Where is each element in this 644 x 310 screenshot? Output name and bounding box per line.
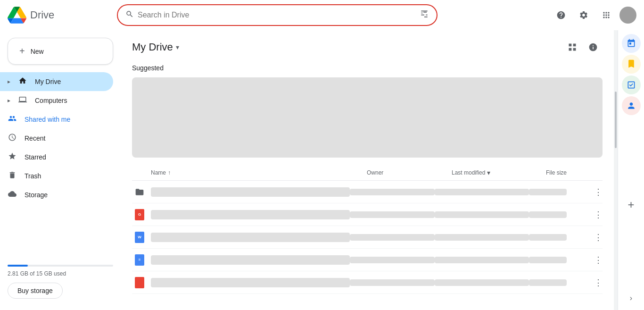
suggested-area: Suggested — [121, 60, 614, 165]
file-icon-folder — [132, 187, 147, 197]
sidebar-item-starred-label: Starred — [25, 153, 46, 161]
modified-sort-icon: ▾ — [487, 169, 490, 176]
storage-bar-fill — [8, 265, 28, 267]
expand-icon-computers: ▸ — [8, 97, 10, 104]
storage-icon — [8, 190, 17, 201]
main-layout: + New ▸ My Drive ▸ Computers — [0, 30, 644, 310]
file-owner-placeholder — [350, 189, 435, 195]
info-button[interactable] — [584, 38, 603, 57]
sidebar-item-recent-label: Recent — [25, 134, 45, 142]
content-area: My Drive ▾ Suggested — [121, 30, 614, 310]
search-icon — [125, 10, 134, 21]
panel-keep-button[interactable] — [622, 55, 641, 74]
buy-storage-button[interactable]: Buy storage — [8, 283, 63, 299]
right-panel: + › — [618, 30, 644, 310]
file-modified-placeholder — [435, 257, 529, 263]
file-modified-placeholder — [435, 234, 529, 241]
file-modified-placeholder — [435, 211, 529, 218]
suggested-label: Suggested — [132, 64, 603, 72]
sidebar: + New ▸ My Drive ▸ Computers — [0, 30, 121, 310]
apps-button[interactable] — [597, 6, 616, 25]
drive-title[interactable]: My Drive ▾ — [132, 41, 179, 53]
sidebar-item-my-drive[interactable]: ▸ My Drive — [0, 72, 113, 91]
panel-add-button[interactable]: + — [622, 195, 641, 214]
file-size-placeholder — [529, 279, 567, 286]
file-name-placeholder — [151, 278, 350, 287]
logo-title: Drive — [30, 9, 54, 21]
drive-logo-icon — [8, 6, 26, 25]
header-actions — [552, 6, 636, 25]
word-document-icon: W — [135, 232, 144, 243]
column-header-name[interactable]: Name ↑ — [151, 169, 367, 176]
sidebar-item-shared-label: Shared with me — [25, 116, 70, 123]
sidebar-item-storage-label: Storage — [25, 191, 48, 199]
panel-tasks-button[interactable] — [622, 75, 641, 94]
file-more-button[interactable]: ⋮ — [594, 187, 603, 197]
new-button[interactable]: + New — [8, 38, 113, 65]
file-icon-word: W — [132, 232, 147, 243]
column-header-modified[interactable]: Last modified ▾ — [452, 169, 546, 176]
storage-bar-background — [8, 265, 113, 267]
search-input[interactable] — [138, 11, 416, 19]
grid-view-button[interactable] — [563, 38, 582, 57]
file-size-placeholder — [529, 211, 567, 218]
file-name-placeholder — [151, 187, 350, 197]
sidebar-item-recent[interactable]: Recent — [0, 129, 113, 148]
search-bar — [117, 4, 438, 26]
search-filter-icon[interactable] — [420, 9, 429, 21]
file-size-placeholder — [529, 257, 567, 263]
drive-title-text: My Drive — [132, 41, 173, 53]
sidebar-item-storage[interactable]: Storage — [0, 185, 113, 204]
file-owner-placeholder — [350, 257, 435, 263]
file-icon-google-doc: ≡ — [132, 254, 147, 266]
sidebar-item-my-drive-label: My Drive — [35, 78, 61, 85]
red-document2-icon — [135, 277, 144, 288]
file-list: Name ↑ Owner Last modified ▾ File size — [121, 165, 614, 294]
sidebar-item-computers-label: Computers — [35, 97, 67, 104]
table-row[interactable]: ≡ ⋮ — [132, 249, 603, 271]
table-row[interactable]: ⋮ — [132, 271, 603, 294]
file-icon-red-doc: G — [132, 209, 147, 220]
settings-button[interactable] — [574, 6, 593, 25]
sidebar-item-computers[interactable]: ▸ Computers — [0, 91, 113, 110]
file-more-button[interactable]: ⋮ — [594, 255, 603, 265]
file-icon-red-doc2 — [132, 277, 147, 288]
table-row[interactable]: ⋮ — [132, 181, 603, 203]
my-drive-icon — [18, 76, 27, 87]
storage-usage-text: 2.81 GB of 15 GB used — [8, 270, 113, 277]
panel-calendar-button[interactable] — [622, 34, 641, 53]
computers-icon — [18, 95, 27, 106]
sidebar-item-shared[interactable]: Shared with me — [0, 110, 113, 129]
storage-area: 2.81 GB of 15 GB used Buy storage — [0, 257, 121, 306]
starred-icon — [8, 152, 17, 163]
file-modified-placeholder — [435, 189, 529, 195]
scrollbar-thumb — [615, 92, 617, 148]
file-owner-placeholder — [350, 211, 435, 218]
view-options — [563, 38, 603, 57]
file-more-button[interactable]: ⋮ — [594, 277, 603, 288]
sidebar-item-trash[interactable]: Trash — [0, 167, 113, 185]
user-avatar[interactable] — [619, 7, 636, 24]
file-owner-placeholder — [350, 279, 435, 286]
scrollbar[interactable] — [614, 30, 618, 310]
table-row[interactable]: W ⋮ — [132, 226, 603, 249]
suggested-thumbnails-placeholder — [132, 77, 603, 158]
logo-area: Drive — [8, 6, 111, 25]
column-header-size: File size — [546, 169, 603, 176]
help-button[interactable] — [552, 6, 570, 25]
file-name-placeholder — [151, 233, 350, 242]
table-row[interactable]: G ⋮ — [132, 203, 603, 226]
svg-rect-0 — [423, 12, 427, 13]
red-document-icon: G — [135, 209, 144, 220]
trash-icon — [8, 171, 17, 182]
file-more-button[interactable]: ⋮ — [594, 232, 603, 243]
panel-expand-button[interactable]: › — [630, 294, 632, 306]
panel-contacts-button[interactable] — [622, 96, 641, 115]
file-modified-placeholder — [435, 279, 529, 286]
sidebar-item-trash-label: Trash — [25, 172, 41, 180]
drive-title-caret-icon: ▾ — [176, 43, 179, 51]
file-more-button[interactable]: ⋮ — [594, 209, 603, 220]
name-sort-arrow: ↑ — [168, 169, 171, 176]
file-name-placeholder — [151, 210, 350, 219]
sidebar-item-starred[interactable]: Starred — [0, 148, 113, 167]
